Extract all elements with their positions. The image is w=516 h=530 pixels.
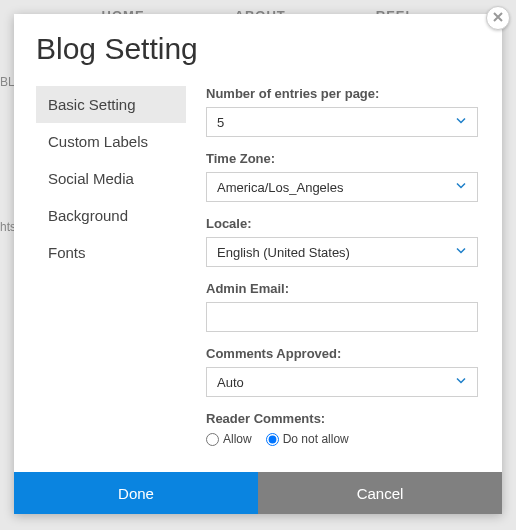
modal-title: Blog Setting <box>14 14 502 78</box>
radio-donotallow-label: Do not allow <box>283 432 349 446</box>
main-panel: Number of entries per page: 5 Time Zone:… <box>186 78 502 458</box>
close-icon <box>492 9 504 27</box>
field-timezone: Time Zone: America/Los_Angeles <box>206 151 478 202</box>
chevron-down-icon <box>455 180 467 195</box>
email-input[interactable] <box>207 303 477 331</box>
reader-comments-radios: Allow Do not allow <box>206 432 478 446</box>
locale-label: Locale: <box>206 216 478 231</box>
close-button[interactable] <box>486 6 510 30</box>
done-button[interactable]: Done <box>14 472 258 514</box>
radio-allow-input[interactable] <box>206 433 219 446</box>
sidebar-item-custom-labels[interactable]: Custom Labels <box>36 123 186 160</box>
comments-approved-value: Auto <box>217 375 244 390</box>
timezone-select[interactable]: America/Los_Angeles <box>206 172 478 202</box>
radio-allow[interactable]: Allow <box>206 432 252 446</box>
radio-donotallow-input[interactable] <box>266 433 279 446</box>
radio-do-not-allow[interactable]: Do not allow <box>266 432 349 446</box>
timezone-value: America/Los_Angeles <box>217 180 343 195</box>
cancel-button[interactable]: Cancel <box>258 472 502 514</box>
email-label: Admin Email: <box>206 281 478 296</box>
entries-label: Number of entries per page: <box>206 86 478 101</box>
chevron-down-icon <box>455 245 467 260</box>
modal-content: Basic Setting Custom Labels Social Media… <box>14 78 502 458</box>
sidebar-item-label: Fonts <box>48 244 86 261</box>
sidebar-item-label: Background <box>48 207 128 224</box>
locale-select[interactable]: English (United States) <box>206 237 478 267</box>
field-comments-approved: Comments Approved: Auto <box>206 346 478 397</box>
field-locale: Locale: English (United States) <box>206 216 478 267</box>
field-entries: Number of entries per page: 5 <box>206 86 478 137</box>
entries-value: 5 <box>217 115 224 130</box>
entries-select[interactable]: 5 <box>206 107 478 137</box>
comments-approved-label: Comments Approved: <box>206 346 478 361</box>
timezone-label: Time Zone: <box>206 151 478 166</box>
sidebar-item-label: Custom Labels <box>48 133 148 150</box>
radio-allow-label: Allow <box>223 432 252 446</box>
blog-setting-modal: Blog Setting Basic Setting Custom Labels… <box>14 14 502 514</box>
sidebar-item-background[interactable]: Background <box>36 197 186 234</box>
reader-comments-label: Reader Comments: <box>206 411 478 426</box>
sidebar-item-label: Basic Setting <box>48 96 136 113</box>
modal-footer: Done Cancel <box>14 472 502 514</box>
sidebar-item-fonts[interactable]: Fonts <box>36 234 186 271</box>
locale-value: English (United States) <box>217 245 350 260</box>
field-reader-comments: Reader Comments: Allow Do not allow <box>206 411 478 446</box>
sidebar-item-basic-setting[interactable]: Basic Setting <box>36 86 186 123</box>
email-input-wrap <box>206 302 478 332</box>
chevron-down-icon <box>455 375 467 390</box>
sidebar-item-social-media[interactable]: Social Media <box>36 160 186 197</box>
sidebar: Basic Setting Custom Labels Social Media… <box>36 78 186 458</box>
field-admin-email: Admin Email: <box>206 281 478 332</box>
chevron-down-icon <box>455 115 467 130</box>
comments-approved-select[interactable]: Auto <box>206 367 478 397</box>
sidebar-item-label: Social Media <box>48 170 134 187</box>
